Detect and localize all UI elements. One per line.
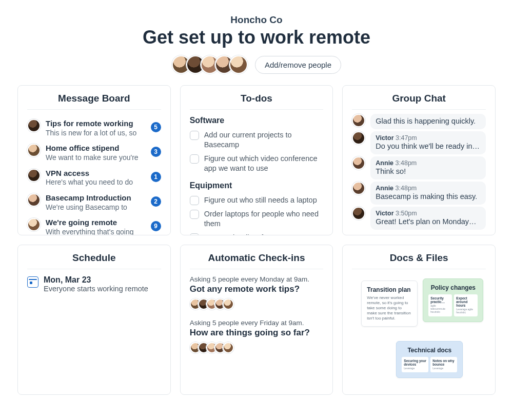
message-item[interactable]: Basecamp IntroductionWe're using Basecam…: [27, 190, 161, 215]
message-preview: Here's what you need to do: [46, 178, 146, 187]
todo-item[interactable]: put together list of: [190, 231, 324, 235]
company-name: Honcho Co: [17, 14, 496, 26]
schedule-card[interactable]: Schedule Mon, Mar 23 Everyone starts wor…: [17, 245, 171, 395]
checkbox[interactable]: [190, 154, 199, 164]
checkin-avatars: [190, 298, 324, 310]
checkbox[interactable]: [190, 196, 199, 205]
message-title: We're going remote: [46, 218, 146, 228]
checkbox[interactable]: [190, 131, 199, 140]
mini-body: Leverage agile heuristic: [456, 308, 476, 314]
todo-text: Add our current projects to Basecamp: [204, 130, 324, 150]
chat-time: 3:48pm: [396, 185, 417, 192]
message-item[interactable]: Home office stipendWe want to make sure …: [27, 141, 161, 165]
chat-message[interactable]: Glad this is happening quickly.: [352, 114, 486, 129]
avatar: [352, 114, 365, 127]
doc-mini-card[interactable]: Expect around hours Leverage agile heuri…: [454, 294, 478, 316]
avatar: [223, 298, 234, 310]
message-preview: We want to make sure you're: [46, 153, 146, 163]
group-chat-card[interactable]: Group Chat Glad this is happening quickl…: [342, 85, 496, 235]
docs-files-card[interactable]: Docs & Files Transition plan We've never…: [342, 245, 496, 395]
todo-text: Order laptops for people who need them: [204, 209, 324, 229]
checkin-item[interactable]: Asking 5 people every Monday at 9am.Got …: [190, 275, 324, 310]
unread-badge: 1: [151, 172, 161, 182]
chat-sender: Victor: [376, 210, 393, 217]
doc-transition-plan[interactable]: Transition plan We've never worked remot…: [361, 281, 418, 327]
todo-group-title[interactable]: Software: [190, 116, 324, 125]
todo-item[interactable]: Order laptops for people who need them: [190, 207, 324, 231]
doc-body: We've never worked remote, so it's going…: [367, 295, 412, 321]
card-title: To-dos: [190, 93, 324, 110]
checkin-schedule: Asking 5 people every Monday at 9am.: [190, 275, 324, 283]
message-preview: This is new for a lot of us, so: [46, 129, 146, 138]
checkbox[interactable]: [190, 210, 199, 219]
message-item[interactable]: We're going remoteWith everything that's…: [27, 215, 161, 235]
message-title: Basecamp Introduction: [46, 193, 146, 203]
page-title: Get set up to work remote: [17, 27, 496, 48]
chat-message[interactable]: Annie 3:48pmThink so!: [352, 156, 486, 179]
doc-mini-card[interactable]: Security practic… agile telecommute heur…: [428, 294, 452, 316]
doc-title: Technical docs: [402, 347, 457, 354]
message-board-card[interactable]: Message Board Tips for remote workingThi…: [17, 85, 171, 235]
card-title: Group Chat: [352, 93, 486, 110]
avatar[interactable]: [229, 55, 248, 74]
avatar: [352, 207, 365, 220]
chat-sender: Annie: [376, 159, 393, 167]
schedule-desc: Everyone starts working remote: [44, 285, 148, 293]
chat-message[interactable]: Victor 3:47pmDo you think we'll be ready…: [352, 131, 486, 154]
chat-time: 3:47pm: [396, 134, 417, 142]
chat-time: 3:48pm: [396, 159, 417, 167]
unread-badge: 9: [151, 221, 161, 231]
doc-mini-card[interactable]: Securing your devices Leverage: [402, 357, 428, 372]
chat-message[interactable]: Annie 3:48pmBasecamp is making this easy…: [352, 182, 486, 205]
add-remove-people-button[interactable]: Add/remove people: [255, 56, 341, 74]
mini-title: Securing your devices: [404, 359, 426, 366]
chat-message[interactable]: Victor 3:50pmGreat! Let's plan on Monday…: [352, 207, 486, 230]
todo-group: EquipmentFigure out who still needs a la…: [190, 181, 324, 235]
unread-badge: 5: [151, 122, 161, 132]
chat-text: Do you think we'll be ready in…: [376, 142, 481, 150]
avatar: [27, 144, 41, 157]
chat-text: Glad this is happening quickly.: [376, 117, 481, 125]
todo-item[interactable]: Figure out who still needs a laptop: [190, 193, 324, 207]
message-title: Home office stipend: [46, 144, 146, 153]
chat-text: Basecamp is making this easy.: [376, 192, 481, 201]
checkin-schedule: Asking 5 people every Friday at 9am.: [190, 319, 324, 327]
card-title: Schedule: [27, 252, 161, 269]
unread-badge: 3: [151, 147, 161, 157]
mini-body: Leverage: [432, 367, 455, 370]
unread-badge: 2: [151, 196, 161, 207]
todos-card[interactable]: To-dos SoftwareAdd our current projects …: [180, 85, 333, 235]
todo-item[interactable]: Add our current projects to Basecamp: [190, 128, 324, 152]
avatar: [223, 342, 234, 353]
checkin-item[interactable]: Asking 5 people every Friday at 9am.How …: [190, 319, 324, 353]
checkin-question: Got any remote work tips?: [190, 284, 324, 294]
avatar: [27, 119, 41, 132]
checkins-card[interactable]: Automatic Check-ins Asking 5 people ever…: [180, 245, 333, 395]
schedule-date: Mon, Mar 23: [44, 275, 148, 285]
todo-group-title[interactable]: Equipment: [190, 181, 324, 190]
todo-text: Figure out which video conference app we…: [204, 154, 324, 173]
avatar: [27, 169, 41, 182]
message-title: VPN access: [46, 169, 146, 178]
doc-title: Policy changes: [428, 284, 478, 291]
message-preview: With everything that's going: [46, 228, 146, 235]
message-item[interactable]: Tips for remote workingThis is new for a…: [27, 116, 161, 141]
chat-sender: Victor: [376, 134, 393, 142]
doc-technical-docs[interactable]: Technical docs Securing your devices Lev…: [396, 341, 463, 378]
checkbox[interactable]: [190, 233, 199, 235]
todo-text: put together list of: [204, 233, 263, 235]
chat-sender: Annie: [376, 185, 393, 192]
chat-text: Think so!: [376, 167, 481, 175]
doc-policy-changes[interactable]: Policy changes Security practic… agile t…: [423, 278, 483, 322]
mini-title: Security practic…: [430, 296, 450, 304]
card-title: Docs & Files: [352, 252, 486, 269]
people-avatars[interactable]: [172, 55, 248, 74]
avatar: [27, 193, 41, 207]
avatar: [352, 131, 365, 145]
doc-mini-card[interactable]: Notes on why bounce Leverage: [430, 357, 457, 372]
todo-item[interactable]: Figure out which video conference app we…: [190, 152, 324, 175]
todo-text: Figure out who still needs a laptop: [204, 195, 317, 205]
card-title: Automatic Check-ins: [190, 252, 324, 269]
avatar: [27, 218, 41, 231]
message-item[interactable]: VPN accessHere's what you need to do1: [27, 166, 161, 190]
